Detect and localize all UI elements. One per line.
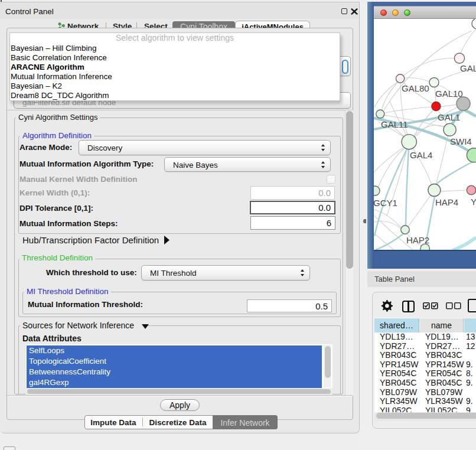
svg-text:HAP4: HAP4: [435, 197, 458, 207]
svg-text:GAL11: GAL11: [381, 119, 408, 129]
svg-text:GAL10: GAL10: [435, 89, 463, 99]
svg-text:GAL7: GAL7: [460, 63, 476, 73]
svg-text:GCY1: GCY1: [374, 198, 397, 208]
svg-text:GAL4: GAL4: [410, 150, 432, 160]
svg-text:SWI4: SWI4: [450, 136, 472, 146]
svg-text:GAL1: GAL1: [438, 112, 460, 122]
svg-text:YE: YE: [471, 197, 476, 207]
svg-text:GAL80: GAL80: [402, 83, 429, 93]
svg-text:HAP2: HAP2: [406, 235, 429, 245]
